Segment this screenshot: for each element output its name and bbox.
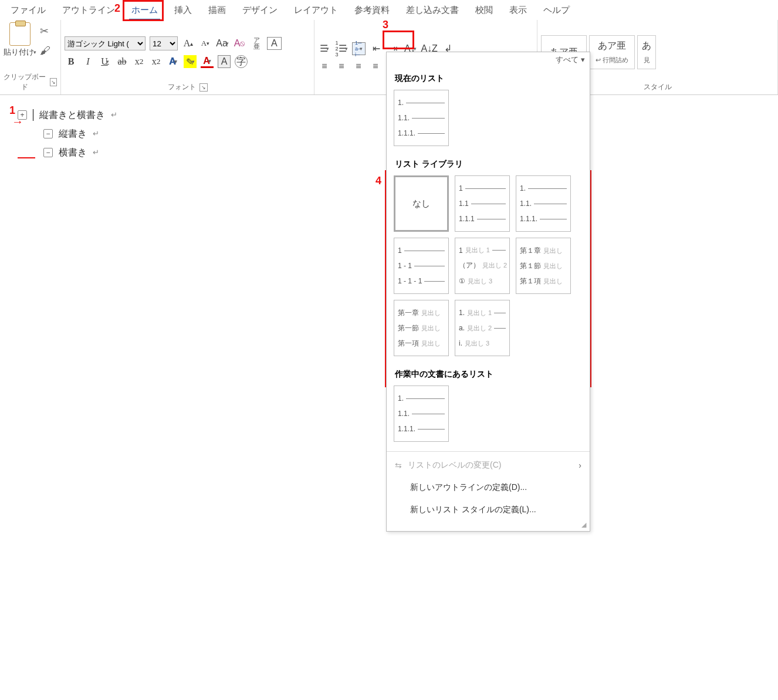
enclose-characters-icon[interactable]: 字	[235, 55, 248, 68]
change-case-icon[interactable]: Aa▾	[216, 37, 229, 50]
list-thumb-current[interactable]: 1. 1.1. 1.1.1.	[394, 90, 449, 146]
font-size-select[interactable]: 12	[150, 36, 178, 50]
strikethrough-icon[interactable]: ab	[116, 55, 128, 68]
decrease-font-icon[interactable]: A▾	[199, 37, 212, 50]
decrease-indent-icon[interactable]: ⇤	[370, 42, 383, 55]
clear-formatting-icon[interactable]: A⦸	[233, 37, 246, 50]
annotation-number-4: 4	[376, 175, 381, 187]
resize-grip-icon[interactable]: ◢	[387, 521, 590, 529]
outline-heading-1[interactable]: 縦書きと横書き	[39, 106, 105, 124]
clipboard-dialog-launcher[interactable]: ↘	[50, 78, 57, 86]
font-dialog-launcher[interactable]: ↘	[199, 83, 208, 92]
cut-icon[interactable]: ✂	[40, 25, 50, 38]
outline-item-1[interactable]: 縦書き	[59, 124, 87, 143]
filter-all-button[interactable]: すべて ▾	[556, 55, 585, 65]
outline-item-2[interactable]: 横書き	[59, 143, 87, 162]
style-heading1[interactable]: あ 見	[637, 35, 656, 69]
outline-collapse-icon[interactable]: −	[43, 129, 53, 138]
tab-view[interactable]: 表示	[501, 1, 535, 19]
paste-button[interactable]: 貼り付け	[4, 47, 34, 58]
paragraph-mark-icon: ↵	[93, 145, 99, 160]
list-thumb-lib-1[interactable]: 1 1.1 1.1.1	[455, 175, 510, 232]
annotation-number-2: 2	[114, 2, 120, 15]
align-right-icon[interactable]: ≡	[352, 60, 365, 73]
section-in-doc-label: 作業中の文書にあるリスト	[387, 363, 590, 383]
group-font: 游ゴシック Light ( 12 A▴ A▾ Aa▾ A⦸ ア亜 A B I U…	[61, 20, 314, 94]
menu-change-list-level: ⇆ リストのレベルの変更(C) ›	[387, 454, 590, 476]
justify-icon[interactable]: ≡	[369, 60, 382, 73]
tab-home[interactable]: ホーム	[123, 1, 166, 19]
tab-layout[interactable]: レイアウト	[286, 1, 346, 19]
paragraph-mark-icon: ↵	[111, 107, 117, 123]
tab-design[interactable]: デザイン	[234, 1, 286, 19]
list-thumb-lib-2[interactable]: 1. 1.1. 1.1.1.	[516, 175, 571, 232]
chevron-right-icon: ›	[579, 461, 581, 470]
character-shading-icon[interactable]: A	[218, 55, 231, 68]
menu-define-new-outline[interactable]: 新しいアウトラインの定義(D)...	[387, 476, 590, 499]
annotation-number-3: 3	[383, 19, 388, 31]
tab-insert[interactable]: 挿入	[166, 1, 200, 19]
italic-icon[interactable]: I	[82, 55, 94, 68]
font-color-icon[interactable]: A▾	[201, 55, 214, 68]
numbering-icon[interactable]: 123☰▾	[335, 42, 348, 55]
group-styles-label: スタイル	[644, 82, 672, 92]
paste-icon[interactable]	[9, 22, 31, 46]
list-thumb-lib-7[interactable]: 1.見出し 1 a.見出し 2 i.見出し 3	[455, 300, 510, 356]
align-center-icon[interactable]: ≡	[335, 60, 348, 73]
tab-outline[interactable]: アウトライン	[54, 1, 123, 19]
chevron-down-icon[interactable]: ▾	[33, 49, 36, 55]
bold-icon[interactable]: B	[65, 55, 77, 68]
format-painter-icon[interactable]: 🖌	[40, 45, 50, 57]
subscript-icon[interactable]: x2	[133, 55, 146, 68]
text-cursor	[33, 109, 33, 121]
style-no-spacing[interactable]: あア亜 ↩ 行間詰め	[589, 35, 635, 69]
outline-collapse-icon[interactable]: −	[43, 148, 53, 157]
text-effects-icon[interactable]: A▾	[167, 55, 180, 68]
list-thumb-lib-3[interactable]: 1 1 - 1 1 - 1 - 1	[394, 238, 449, 294]
section-current-list-label: 現在のリスト	[387, 67, 590, 87]
superscript-icon[interactable]: x2	[150, 55, 163, 68]
tab-draw[interactable]: 描画	[200, 1, 234, 19]
character-border-icon[interactable]: A	[267, 37, 282, 50]
phonetic-guide-icon[interactable]: ア亜	[250, 37, 263, 50]
annotation-line	[18, 157, 35, 158]
bullets-icon[interactable]: ☰▾	[318, 42, 331, 55]
group-font-label: フォント	[168, 82, 196, 92]
font-name-select[interactable]: 游ゴシック Light (	[65, 36, 146, 50]
list-thumb-none[interactable]: なし	[394, 175, 449, 232]
tab-file[interactable]: ファイル	[2, 1, 54, 19]
list-thumb-lib-4[interactable]: 1見出し 1 （ア）見出し 2 ①見出し 3	[455, 238, 510, 294]
increase-font-icon[interactable]: A▴	[182, 37, 195, 50]
tab-review[interactable]: 校閲	[467, 1, 501, 19]
menu-define-new-list-style[interactable]: 新しいリスト スタイルの定義(L)...	[387, 499, 590, 521]
highlight-icon[interactable]: ✎▾	[184, 55, 197, 68]
list-thumb-lib-6[interactable]: 第一章見出し 第一節見出し 第一項見出し	[394, 300, 449, 356]
list-thumb-lib-5[interactable]: 第１章見出し 第１節見出し 第１項見出し	[516, 238, 571, 294]
group-clipboard: 貼り付け ▾ ✂ 🖌 クリップボード ↘	[0, 20, 61, 94]
multilevel-list-icon[interactable]: 1─a─i─▾	[352, 42, 366, 55]
change-level-icon: ⇆	[395, 461, 402, 470]
annotation-arrow-icon: →	[12, 115, 23, 128]
multilevel-list-dropdown: すべて ▾ 現在のリスト 1. 1.1. 1.1.1. リスト ライブラリ なし…	[386, 52, 590, 532]
section-list-library-label: リスト ライブラリ	[387, 153, 590, 173]
tab-help[interactable]: ヘルプ	[535, 1, 578, 19]
underline-icon[interactable]: U▾	[99, 55, 111, 68]
align-left-icon[interactable]: ≡	[318, 60, 331, 73]
group-clipboard-label: クリップボード	[4, 72, 46, 92]
tab-references[interactable]: 参考資料	[346, 1, 398, 19]
paragraph-mark-icon: ↵	[93, 126, 99, 141]
list-thumb-in-doc[interactable]: 1. 1.1. 1.1.1.	[394, 385, 449, 442]
tab-mailings[interactable]: 差し込み文書	[398, 1, 467, 19]
